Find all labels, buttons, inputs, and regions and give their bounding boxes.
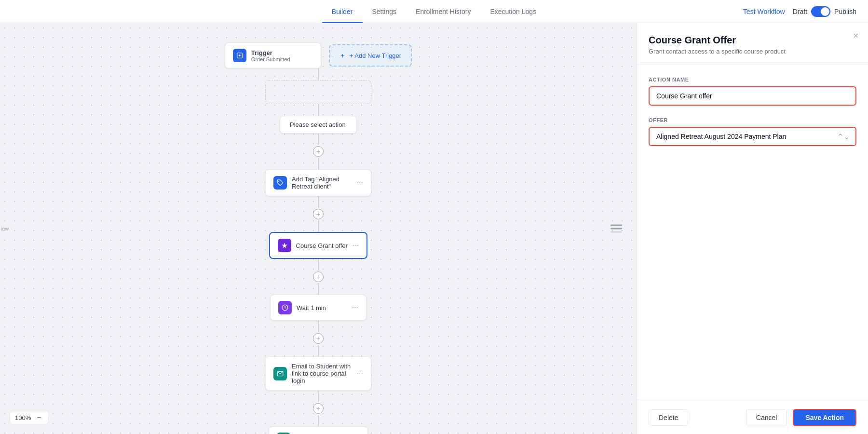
scroll-line-1 <box>610 225 622 226</box>
delete-button[interactable]: Delete <box>649 409 688 426</box>
scroll-line-3 <box>610 231 622 233</box>
add-node-plus-3[interactable]: + <box>313 271 324 282</box>
trigger-row: Trigger Order Submitted ＋ + Add New Trig… <box>225 42 412 68</box>
trigger-label: Trigger <box>251 49 313 56</box>
please-select-label: Please select action <box>290 121 346 128</box>
panel-body: ACTION NAME OFFER Aligned Retreat August… <box>637 65 868 401</box>
side-panel: Course Grant Offer Grant contact access … <box>637 23 868 434</box>
tab-builder[interactable]: Builder <box>322 1 363 23</box>
panel-close-button[interactable]: × <box>853 31 858 41</box>
tag-icon <box>273 176 287 190</box>
please-select-node[interactable]: Please select action <box>280 116 357 134</box>
wait-node[interactable]: Wait 1 min ··· <box>270 295 366 321</box>
draft-label: Draft <box>793 8 807 15</box>
add-node-plus-2[interactable]: + <box>313 209 324 219</box>
zoom-controls: 100% − <box>10 411 49 424</box>
add-trigger-button[interactable]: ＋ + Add New Trigger <box>329 44 412 67</box>
connector-line-3 <box>318 134 319 145</box>
scroll-line-2 <box>610 228 622 230</box>
clock-icon <box>278 301 292 314</box>
main-area: iew Trigger Order Submitted <box>0 23 868 434</box>
course-grant-icon <box>278 239 291 252</box>
left-edge-label: iew <box>0 224 13 233</box>
email-student-node[interactable]: Email to Student with link to course por… <box>265 356 371 391</box>
offer-select-wrapper: Aligned Retreat August 2024 Payment Plan… <box>649 127 856 146</box>
action-name-group: ACTION NAME <box>649 77 856 106</box>
publish-label: Publish <box>834 8 856 15</box>
action-name-label: ACTION NAME <box>649 77 856 82</box>
branch-area <box>265 68 371 116</box>
connector-line-4 <box>318 158 319 169</box>
canvas-content: Trigger Order Submitted ＋ + Add New Trig… <box>10 33 627 434</box>
add-tag-more-icon[interactable]: ··· <box>357 178 363 187</box>
draft-toggle-group: Draft Publish <box>793 6 856 17</box>
internal-notification-node[interactable]: Internal Notification ··· <box>269 426 368 434</box>
connector-line-11 <box>318 391 319 402</box>
connector-line-10 <box>318 345 319 356</box>
connector-line-2 <box>318 104 319 116</box>
course-grant-label: Course Grant offer <box>296 242 348 249</box>
add-trigger-plus-icon: ＋ <box>339 51 346 60</box>
action-name-input[interactable] <box>649 86 856 106</box>
trigger-icon <box>233 49 246 62</box>
panel-footer: Delete Cancel Save Action <box>637 401 868 434</box>
wait-label: Wait 1 min <box>297 304 347 312</box>
trigger-subtitle: Order Submitted <box>251 56 313 62</box>
panel-header: Course Grant Offer Grant contact access … <box>637 23 868 65</box>
action-buttons: Cancel Save Action <box>746 409 856 426</box>
course-grant-node[interactable]: Course Grant offer ··· <box>269 232 368 259</box>
connector-line-7 <box>318 259 319 271</box>
connector-line-9 <box>318 321 319 332</box>
zoom-out-button[interactable]: − <box>35 413 43 422</box>
add-node-plus-4[interactable]: + <box>313 333 324 344</box>
add-trigger-label: + Add New Trigger <box>350 52 401 59</box>
draft-toggle[interactable] <box>811 6 830 17</box>
wait-more-icon[interactable]: ··· <box>352 303 358 312</box>
branch-box <box>265 80 371 104</box>
add-node-plus-5[interactable]: + <box>313 403 324 414</box>
offer-select[interactable]: Aligned Retreat August 2024 Payment Plan <box>650 128 855 145</box>
connector-line-8 <box>318 283 319 295</box>
connector-line-1 <box>318 68 319 80</box>
panel-subtitle: Grant contact access to a specific cours… <box>649 48 856 65</box>
cancel-button[interactable]: Cancel <box>746 409 787 426</box>
test-workflow-button[interactable]: Test Workflow <box>743 8 785 15</box>
connector-line-6 <box>318 220 319 232</box>
tab-settings[interactable]: Settings <box>362 1 406 23</box>
add-tag-label: Add Tag "Aligned Retreat client" <box>292 176 352 190</box>
trigger-node[interactable]: Trigger Order Submitted <box>225 42 321 68</box>
tab-execution-logs[interactable]: Execution Logs <box>480 1 546 23</box>
connector-line-5 <box>318 196 319 208</box>
zoom-percent: 100% <box>15 414 31 421</box>
offer-label: OFFER <box>649 117 856 123</box>
workflow-canvas[interactable]: iew Trigger Order Submitted <box>0 23 637 434</box>
top-nav: Builder Settings Enrollment History Exec… <box>0 0 868 23</box>
email-student-more-icon[interactable]: ··· <box>357 369 363 378</box>
nav-right: Test Workflow Draft Publish <box>743 6 856 17</box>
add-tag-node[interactable]: Add Tag "Aligned Retreat client" ··· <box>265 169 371 196</box>
scroll-indicator <box>610 225 622 233</box>
course-grant-more-icon[interactable]: ··· <box>353 241 359 250</box>
svg-point-3 <box>278 181 279 182</box>
offer-group: OFFER Aligned Retreat August 2024 Paymen… <box>649 117 856 146</box>
save-action-button[interactable]: Save Action <box>793 409 856 426</box>
panel-title: Course Grant Offer <box>649 35 856 46</box>
email-icon <box>273 367 287 380</box>
tab-enrollment-history[interactable]: Enrollment History <box>406 1 480 23</box>
email-student-label: Email to Student with link to course por… <box>292 363 352 384</box>
connector-line-12 <box>318 415 319 426</box>
add-node-plus-1[interactable]: + <box>313 146 324 157</box>
nav-tabs: Builder Settings Enrollment History Exec… <box>322 0 546 23</box>
